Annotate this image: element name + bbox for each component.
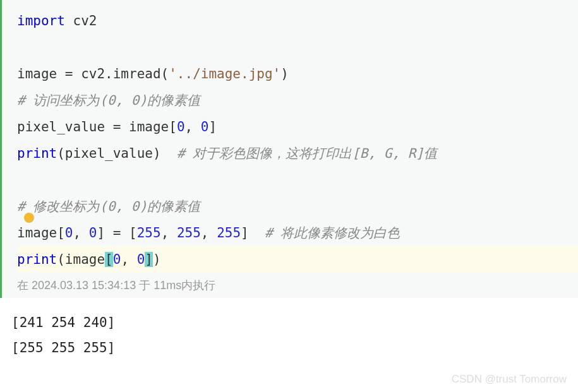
code-line-blank-1 <box>17 34 578 61</box>
output-block: [241 254 240] [255 255 255] <box>0 298 578 367</box>
number: 0 <box>113 252 121 267</box>
number: 0 <box>89 225 97 241</box>
comment: # 修改坐标为(0, 0)的像素值 <box>17 199 200 214</box>
code-line-3[interactable]: image = cv2.imread('../image.jpg') <box>17 61 578 87</box>
keyword-import: import <box>17 13 65 28</box>
breakpoint-marker[interactable] <box>24 213 34 223</box>
number: 255 <box>217 225 241 241</box>
number: 0 <box>201 119 209 134</box>
code-line-8[interactable]: # 修改坐标为(0, 0)的像素值 <box>17 193 578 220</box>
comment: # 对于彩色图像，这将打印出[B, G, R]值 <box>177 146 437 161</box>
code-line-4[interactable]: # 访问坐标为(0, 0)的像素值 <box>17 87 578 114</box>
code-text: ) <box>280 66 289 81</box>
string-literal: '../image.jpg' <box>169 66 280 81</box>
code-line-10-current[interactable]: print(image[0, 0]) <box>17 246 578 273</box>
execution-status: 在 2024.03.13 15:34:13 于 11ms内执行 <box>17 273 578 298</box>
comment: # 访问坐标为(0, 0)的像素值 <box>17 93 200 108</box>
bracket-match-open: [ <box>105 252 113 267</box>
number: 255 <box>177 225 201 241</box>
code-text: image[ <box>17 225 65 241</box>
code-text: , <box>185 119 201 134</box>
comment: # 将此像素修改为白色 <box>265 225 400 241</box>
code-text: pixel_value = image[ <box>17 119 177 134</box>
code-text: (pixel_value) <box>57 146 177 161</box>
number: 0 <box>65 225 73 241</box>
code-block: import cv2 image = cv2.imread('../image.… <box>0 0 578 298</box>
number: 255 <box>137 225 161 241</box>
code-text: ] <box>208 119 217 134</box>
number: 0 <box>137 252 145 267</box>
code-text: ] <box>241 225 265 241</box>
output-line-1: [241 254 240] <box>11 311 578 336</box>
bracket-match-close: ] <box>145 252 153 267</box>
identifier-cv2: cv2 <box>65 13 97 28</box>
code-text: , <box>201 225 217 241</box>
output-line-2: [255 255 255] <box>11 336 578 361</box>
number: 0 <box>177 119 185 134</box>
builtin-print: print <box>17 146 57 161</box>
code-line-6[interactable]: print(pixel_value) # 对于彩色图像，这将打印出[B, G, … <box>17 140 578 167</box>
code-text: , <box>121 252 136 267</box>
code-text: , <box>73 225 89 241</box>
code-text: , <box>161 225 177 241</box>
code-line-5[interactable]: pixel_value = image[0, 0] <box>17 114 578 140</box>
code-line-1[interactable]: import cv2 <box>17 8 578 34</box>
code-text: ] = [ <box>97 225 136 241</box>
code-line-9[interactable]: image[0, 0] = [255, 255, 255] # 将此像素修改为白… <box>17 220 578 246</box>
code-text: image = cv2.imread( <box>17 66 169 81</box>
code-text: ) <box>153 252 161 267</box>
code-text: (image <box>57 252 105 267</box>
code-line-blank-2 <box>17 167 578 193</box>
builtin-print: print <box>17 252 57 267</box>
